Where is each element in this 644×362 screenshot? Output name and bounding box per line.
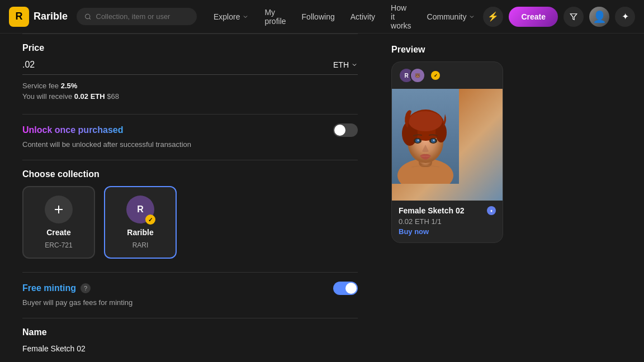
preview-title: Preview [391, 45, 503, 55]
free-minting-title-row: Free minting ? [22, 283, 91, 293]
navbar: R Rarible Explore My profile Following A… [0, 0, 644, 34]
collection-title: Choose collection [22, 169, 358, 179]
preview-price: 0.02 ETH 1/1 [399, 217, 496, 226]
filter-icon [570, 13, 577, 21]
svg-point-11 [409, 111, 442, 131]
left-panel: Price ETH Service fee 2.5% You will rece… [0, 34, 380, 362]
avatar-image: 👤 [589, 7, 609, 27]
chevron-down-icon [468, 13, 475, 20]
unlock-description: Content will be unlocked after successfu… [22, 140, 358, 149]
receive-usd: $68 [107, 92, 119, 101]
avatar[interactable]: 👤 [589, 7, 609, 27]
nav-how-it-works[interactable]: How it works [383, 0, 419, 35]
nav-my-profile[interactable]: My profile [257, 3, 293, 30]
collection-grid: Create ERC-721 R ✓ Rarible RARI [22, 186, 358, 259]
lightning-icon-btn[interactable]: ⚡ [483, 7, 503, 27]
preview-avatar-secondary: 🐻 [410, 68, 425, 83]
currency-selector[interactable]: ETH [333, 60, 358, 69]
unlock-title: Unlock once purchased [22, 125, 124, 135]
nav-actions: ⚡ Create 👤 ✦ [483, 7, 635, 27]
free-minting-toggle-knob [345, 283, 357, 294]
search-input[interactable] [96, 12, 189, 21]
chevron-down-icon [242, 13, 249, 20]
svg-point-16 [418, 140, 419, 141]
svg-point-17 [433, 140, 435, 141]
preview-avatar-group: R 🐻 [399, 68, 425, 83]
search-icon [84, 13, 91, 21]
collection-card-rarible[interactable]: R ✓ Rarible RARI [104, 186, 177, 259]
preview-info: Female Sketch 02 ♦ 0.02 ETH 1/1 Buy now [392, 201, 503, 242]
nav-following[interactable]: Following [294, 8, 343, 26]
main-content: Price ETH Service fee 2.5% You will rece… [0, 34, 644, 362]
create-icon-circle [45, 196, 73, 223]
price-title: Price [22, 43, 358, 53]
create-card-name: Create [46, 228, 71, 237]
preview-edition: 1/1 [432, 217, 442, 226]
free-minting-title: Free minting [22, 283, 76, 293]
nft-face-image [392, 89, 459, 184]
nav-community[interactable]: Community [419, 8, 484, 26]
unlock-toggle-knob [334, 125, 345, 136]
collection-card-create[interactable]: Create ERC-721 [22, 186, 95, 259]
free-minting-row: Free minting ? [22, 282, 358, 295]
svg-point-0 [86, 14, 90, 18]
service-fee-text: Service fee 2.5% [22, 82, 358, 90]
receive-text: You will receive 0.02 ETH $68 [22, 92, 358, 101]
theme-toggle-btn[interactable]: ✦ [615, 7, 635, 27]
rarible-card-name: Rarible [127, 228, 153, 237]
nav-explore[interactable]: Explore [206, 8, 257, 26]
create-button[interactable]: Create [509, 7, 558, 27]
unlock-section: Unlock once purchased Content will be un… [22, 114, 358, 149]
service-fee-pct: 2.5% [61, 82, 78, 90]
rarible-badge: ✓ [145, 215, 155, 225]
svg-marker-1 [570, 13, 577, 20]
filter-icon-btn[interactable] [564, 7, 584, 27]
name-section: Name Female Sketch 02 [22, 318, 358, 353]
receive-eth: 0.02 ETH [74, 92, 105, 101]
plus-icon [52, 203, 65, 216]
eth-icon: ♦ [487, 206, 496, 215]
preview-image [392, 89, 503, 201]
preview-card: R 🐻 ✓ [391, 61, 503, 243]
choose-collection-section: Choose collection Create ERC-721 R ✓ [22, 160, 358, 259]
question-badge[interactable]: ? [80, 283, 91, 293]
nav-links: Explore My profile Following Activity Ho… [206, 0, 483, 35]
free-minting-toggle[interactable] [333, 282, 358, 295]
rarible-icon-wrapper: R ✓ [126, 196, 154, 223]
price-section: Price ETH Service fee 2.5% You will rece… [22, 34, 358, 101]
free-minting-description: Buyer will pay gas fees for minting [22, 298, 358, 307]
name-title: Name [22, 327, 358, 337]
unlock-row: Unlock once purchased [22, 123, 358, 137]
search-bar[interactable] [77, 8, 197, 25]
rarible-card-sub: RARI [132, 241, 149, 249]
buy-now-button[interactable]: Buy now [399, 227, 429, 236]
nav-activity[interactable]: Activity [343, 8, 383, 26]
create-card-sub: ERC-721 [45, 241, 72, 249]
right-panel: Preview R 🐻 ✓ [380, 34, 514, 362]
name-value: Female Sketch 02 [22, 344, 358, 353]
logo-icon: R [9, 7, 29, 27]
chevron-down-icon [351, 61, 358, 68]
free-minting-section: Free minting ? Buyer will pay gas fees f… [22, 272, 358, 307]
logo-area[interactable]: R Rarible [9, 7, 68, 27]
price-input-row: ETH [22, 60, 358, 75]
preview-verified-badge: ✓ [431, 71, 440, 80]
logo-text: Rarible [34, 11, 68, 22]
unlock-toggle[interactable] [333, 123, 358, 137]
preview-nft-title: Female Sketch 02 ♦ [399, 206, 496, 215]
price-input[interactable] [22, 60, 333, 70]
preview-card-header: R 🐻 ✓ [392, 62, 503, 89]
